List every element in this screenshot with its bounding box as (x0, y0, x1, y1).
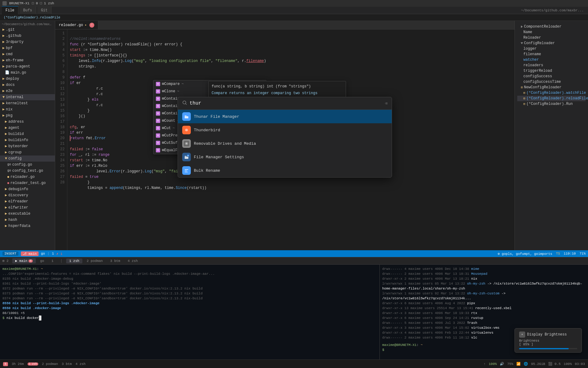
sidebar-item-parca-agent[interactable]: ▶parca-agent (0, 63, 55, 70)
search-result-drives[interactable]: Removable Drives and Media (178, 137, 392, 150)
rp-item-new-config-reloader[interactable]: ⊞ NewConfigReloader (517, 85, 586, 90)
sidebar-item-executable[interactable]: ▶executable (0, 211, 55, 217)
term-tab-zsh4[interactable]: 4 zsh (125, 259, 141, 263)
search-overlay[interactable]: ⌫ Thunar File Manager (178, 97, 392, 178)
term-tab-go[interactable]: go (37, 259, 47, 263)
rp-label: filename (523, 52, 541, 56)
sidebar-item-config-test-go[interactable]: goconfig_test.go (0, 168, 55, 174)
buffer-badge: 1 (52, 252, 54, 255)
sidebar-item-hash[interactable]: ▶hash (0, 217, 55, 223)
rp-label: triggerReload (523, 69, 552, 73)
sidebar-item-buildinfo[interactable]: ▶buildinfo (0, 137, 55, 143)
term-tab-btm[interactable]: 3 btm (107, 259, 123, 263)
sidebar-item-e2e[interactable]: ▶e2e (0, 88, 55, 94)
ac-method-icon: m (156, 126, 160, 130)
search-result-bulk-rename[interactable]: Bulk Rename (178, 164, 392, 177)
sidebar-item-reloader-test-go[interactable]: reloader_test.go (0, 180, 55, 186)
tab-file[interactable]: File (2, 6, 18, 15)
sidebar-item-buildid[interactable]: ▶buildid (0, 131, 55, 137)
search-result-file-settings[interactable]: ⚙ File Manager Settings (178, 150, 392, 164)
sidebar-item-elfwriter[interactable]: ▶elfwriter (0, 205, 55, 211)
term-tab-zsh1[interactable]: 1 zsh (66, 259, 82, 263)
rp-item-trigger-reload[interactable]: triggerReload (517, 68, 586, 74)
sidebar-item-config[interactable]: ▼config (0, 155, 55, 162)
sidebar-item-3rdparty[interactable]: ▶3rdparty (0, 39, 55, 45)
zoom: 71% (579, 252, 586, 255)
sidebar: ~/Documents/github.com/maxbr... ▶.git ▶.… (0, 21, 55, 250)
sidebar-item-config-go[interactable]: goconfig.go (0, 162, 55, 168)
rp-item-logger[interactable]: logger (517, 46, 586, 52)
rp-item-reloaders[interactable]: reloaders (517, 63, 586, 68)
terminal-left[interactable]: maxime@BRUNETM-X1: ~ ...CONFIG='experime… (0, 265, 380, 359)
term-tab-label: 3 btm (110, 259, 120, 263)
sidebar-item-kerneltest[interactable]: ▶kerneltest (0, 100, 55, 106)
search-input[interactable] (190, 101, 383, 106)
sidebar-item-internal[interactable]: ▼internal (0, 94, 55, 100)
editor-tab-reloader[interactable]: reloader.go ● ! (55, 21, 98, 29)
term-line: maxime@BRUNETM-X1: ~ (2, 266, 377, 271)
rp-item-config-success[interactable]: configSuccess (517, 74, 586, 79)
code-line: defer f (70, 75, 512, 80)
search-clear-icon[interactable]: ⌫ (385, 101, 387, 106)
sidebar-item-discovery[interactable]: ▶discovery (0, 192, 55, 198)
rp-item-config-success-time[interactable]: configSuccessTime (517, 79, 586, 85)
code-line: strings. (70, 64, 512, 69)
tree-expand-icon (521, 25, 523, 28)
titlebar-title: BRUNETM-X1 (9, 2, 29, 5)
rp-item-run[interactable]: ⊞ (*ConfigReloader).Run (517, 101, 586, 107)
rp-item-reloadfile[interactable]: ⊞ (*ConfigReloader).reloadFile (517, 96, 586, 101)
sidebar-item-bpf[interactable]: ▶bpf (0, 45, 55, 51)
sidebar-item-byteorder[interactable]: ▶byteorder (0, 143, 55, 149)
sidebar-item-cmd[interactable]: ▶cmd (0, 51, 55, 57)
rp-item-component-reloader[interactable]: ComponentReloader (517, 24, 586, 29)
sidebar-item-cgroup[interactable]: ▶cgroup (0, 149, 55, 155)
search-result-label: Bulk Rename (194, 168, 220, 173)
sidebar-item-hsperfdata[interactable]: ▶hsperfdata (0, 223, 55, 229)
sidebar-item-git[interactable]: ▶.git (0, 27, 55, 33)
search-result-thunar[interactable]: Thunar File Manager (178, 110, 392, 123)
term-tab-podman[interactable]: 2 podman (84, 259, 106, 263)
time-left: 3h 26m (12, 362, 24, 366)
sidebar-item-maingo[interactable]: 📄main.go (0, 70, 55, 76)
mem-label: 95.2GiB (531, 362, 545, 366)
rp-item-filename[interactable]: filename (517, 52, 586, 57)
rp-item-config-reloader[interactable]: ConfigReloader (517, 40, 586, 46)
rp-item-name[interactable]: Name (517, 29, 586, 35)
statusbar: INSERT ⎇ main go | 1 ✗ 1 ⚙ gopls, gofump… (0, 250, 588, 257)
sidebar-item-debuginfo[interactable]: ▶debuginfo (0, 186, 55, 192)
volume-icon: 🔊 (500, 362, 504, 366)
sidebar-item-github[interactable]: ▶.github (0, 33, 55, 39)
sidebar-item-eh-frame[interactable]: ▶eh-frame (0, 57, 55, 63)
ac-method-icon: m (156, 133, 160, 138)
app-icon (2, 1, 7, 6)
term-tab-1[interactable]: 1 (48, 259, 57, 263)
tooltip-signature: func(a string, b string) int (from "stri… (212, 84, 343, 89)
method-icon: ⊞ (523, 91, 525, 95)
sidebar-item-pkg[interactable]: ▶pkg (0, 113, 55, 119)
sidebar-item-address[interactable]: ▶address (0, 119, 55, 125)
tab-git[interactable]: Git (37, 6, 52, 15)
sidebar-item-docs[interactable]: ▶docs (0, 82, 55, 88)
rp-item-reloader[interactable]: Reloader (517, 35, 586, 40)
ac-method-icon: m (156, 119, 160, 123)
sidebar-item-reloader-go[interactable]: reloader.go (0, 174, 55, 180)
sidebar-item-elfreader[interactable]: ▶elfreader (0, 198, 55, 205)
term-line: 8361 nix build --print-build-logs '#dock… (2, 281, 377, 286)
term-line: 88/10001 +5 (2, 311, 377, 316)
sidebar-item-deploy[interactable]: ▶deploy (0, 76, 55, 82)
rp-label: ComponentReloader (524, 25, 561, 29)
network-icon2: 🌐 (524, 362, 528, 366)
term-line: 8155 nix build .#docker-image-debug (2, 276, 377, 281)
term-line: drwxr-xr-x 6 maxime users 4096 Aug 4 202… (382, 301, 586, 306)
tab-bufs[interactable]: Bufs (20, 6, 36, 15)
term-line: $ nix build docker│ (2, 316, 377, 320)
sidebar-item-agent[interactable]: ▶agent (0, 125, 55, 131)
rp-item-watchfile[interactable]: ⊞ (*ConfigReloader).watchFile (517, 90, 586, 96)
svg-rect-17 (185, 169, 188, 170)
term-tab-main[interactable]: ▶ main 6 (12, 258, 36, 263)
rp-item-watcher[interactable]: watcher (517, 57, 586, 63)
search-result-thunderbird[interactable]: Thunderbird (178, 123, 392, 137)
active-file-path: ~/Documents/github.com/maxbr... (521, 9, 584, 12)
ac-method-icon: m (156, 104, 160, 108)
sidebar-item-nix[interactable]: ▶nix (0, 106, 55, 113)
